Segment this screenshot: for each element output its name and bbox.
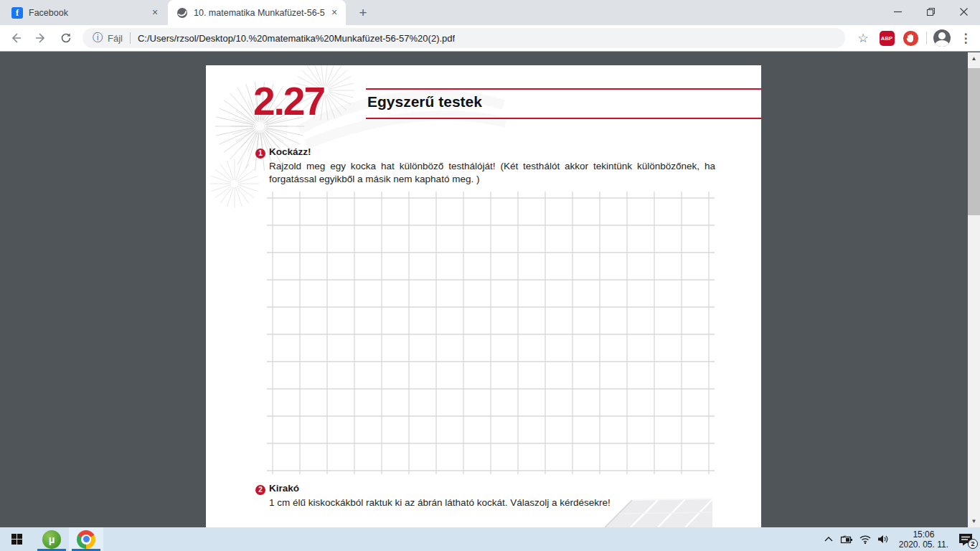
browser-titlebar: f Facebook × 10. matematika Munkafüzet-5… xyxy=(0,0,980,25)
hidden-icons-chevron-icon[interactable] xyxy=(821,527,837,551)
taskbar-utorrent-button[interactable]: µ xyxy=(34,527,69,551)
scrollbar-thumb[interactable] xyxy=(968,68,980,215)
page-title: Egyszerű testek xyxy=(367,93,482,110)
chrome-icon xyxy=(77,530,95,549)
heading-rule-top xyxy=(366,88,761,90)
restore-button[interactable] xyxy=(914,0,947,23)
new-tab-button[interactable]: + xyxy=(354,4,372,22)
section-number: 2.27 xyxy=(253,78,324,124)
tab-pdf-active[interactable]: 10. matematika Munkafüzet-56-5 × xyxy=(168,0,346,25)
address-scheme-label: Fájl xyxy=(108,33,123,44)
clock-time: 15:06 xyxy=(899,529,948,540)
pdf-globe-icon xyxy=(176,7,188,19)
notification-count-badge: 2 xyxy=(968,539,978,549)
toolbar-separator xyxy=(926,32,927,44)
windows-taskbar: µ xyxy=(0,527,980,551)
tab-label: 10. matematika Munkafüzet-56-5 xyxy=(194,8,329,18)
tab-facebook[interactable]: f Facebook × xyxy=(3,0,166,25)
battery-icon[interactable] xyxy=(837,527,856,551)
pdf-scrollbar[interactable]: ▲ ▼ xyxy=(968,52,980,527)
action-center-button[interactable]: 2 xyxy=(954,527,980,551)
tab-label: Facebook xyxy=(29,8,149,18)
close-icon[interactable]: × xyxy=(329,7,340,19)
bookmark-star-icon[interactable]: ☆ xyxy=(854,29,872,47)
task1-title: Kockázz! xyxy=(269,146,311,157)
minimize-button[interactable] xyxy=(881,0,914,23)
taskbar-chrome-button[interactable] xyxy=(69,527,103,551)
pdf-viewport: 2.27 Egyszerű testek 1 Kockázz! Rajzold … xyxy=(0,52,980,527)
task2-title: Kirakó xyxy=(269,483,299,494)
profile-avatar[interactable] xyxy=(933,29,951,47)
blocker-hand-extension-icon[interactable] xyxy=(901,29,920,47)
window-controls xyxy=(881,0,980,23)
adblock-plus-extension-icon[interactable]: ABP xyxy=(877,29,896,47)
heading-rule-bottom xyxy=(366,118,761,119)
address-url: C:/Users/rzsol/Desktop/10.%20matematika%… xyxy=(138,33,455,44)
utorrent-icon: µ xyxy=(42,530,61,549)
info-icon[interactable]: ⓘ xyxy=(93,32,103,44)
close-window-button[interactable] xyxy=(947,0,980,23)
task2-number-badge: 2 xyxy=(255,485,265,495)
scrollbar-up-icon[interactable]: ▲ xyxy=(968,52,980,65)
address-separator xyxy=(130,32,131,44)
task1-number-badge: 1 xyxy=(255,149,265,159)
wifi-icon[interactable] xyxy=(856,527,875,551)
facebook-icon: f xyxy=(11,7,23,19)
task1-body: Rajzold meg egy kocka hat különböző test… xyxy=(269,160,715,186)
forward-icon[interactable] xyxy=(32,29,50,47)
start-button[interactable] xyxy=(0,527,33,551)
windows-logo-icon xyxy=(11,534,22,545)
address-bar[interactable]: ⓘ Fájl C:/Users/rzsol/Desktop/10.%20mate… xyxy=(83,28,845,48)
menu-kebab-icon[interactable]: ⋮ xyxy=(956,29,975,47)
pdf-page: 2.27 Egyszerű testek 1 Kockázz! Rajzold … xyxy=(206,65,761,527)
reload-icon[interactable] xyxy=(57,29,75,47)
back-icon[interactable] xyxy=(6,29,25,47)
close-icon[interactable]: × xyxy=(149,7,161,19)
browser-toolbar: ⓘ Fájl C:/Users/rzsol/Desktop/10.%20mate… xyxy=(0,25,980,52)
volume-icon[interactable] xyxy=(875,527,893,551)
cube-illustration xyxy=(605,494,712,527)
clock-date: 2020. 05. 11. xyxy=(899,540,948,550)
scrollbar-down-icon[interactable]: ▼ xyxy=(968,515,980,527)
drawing-grid xyxy=(267,192,715,477)
taskbar-clock[interactable]: 15:06 2020. 05. 11. xyxy=(893,529,954,550)
system-tray: 15:06 2020. 05. 11. 2 xyxy=(821,527,980,551)
